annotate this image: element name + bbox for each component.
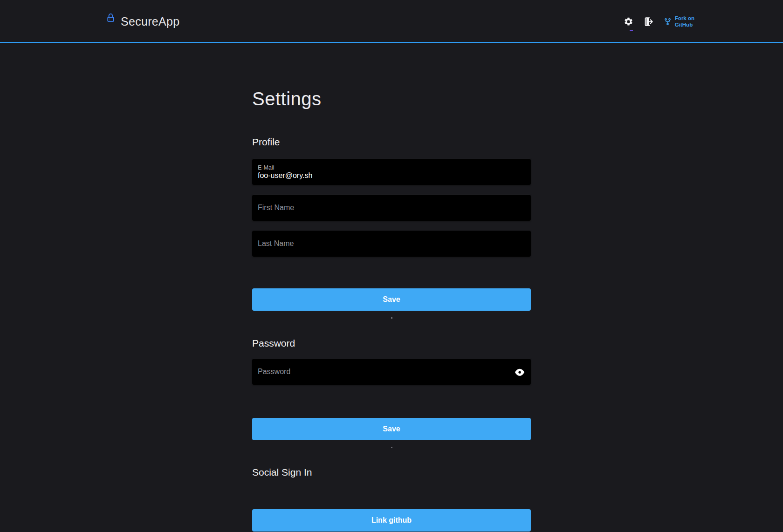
settings-button[interactable] bbox=[624, 17, 633, 27]
page-title: Settings bbox=[252, 89, 531, 108]
last-name-field-container bbox=[252, 231, 531, 257]
section-divider-dot bbox=[391, 447, 392, 448]
last-name-input[interactable] bbox=[258, 239, 525, 248]
git-fork-icon bbox=[664, 18, 672, 26]
sign-out-icon bbox=[644, 17, 653, 27]
email-input[interactable] bbox=[258, 171, 525, 180]
fork-link-label: Fork on GitHub bbox=[675, 15, 694, 28]
social-sign-in-heading: Social Sign In bbox=[252, 466, 531, 478]
toggle-password-visibility-button[interactable] bbox=[515, 367, 524, 376]
profile-save-button[interactable]: Save bbox=[252, 288, 531, 311]
fork-on-github-link[interactable]: Fork on GitHub bbox=[664, 15, 694, 28]
first-name-field-container bbox=[252, 195, 531, 221]
profile-heading: Profile bbox=[252, 136, 531, 148]
settings-page: Settings Profile E-Mail Save Password Sa… bbox=[252, 89, 531, 532]
header-actions: Fork on GitHub bbox=[624, 0, 694, 43]
password-field-container bbox=[252, 359, 531, 385]
email-field-container: E-Mail bbox=[252, 159, 531, 185]
app-title: SecureApp bbox=[121, 15, 179, 28]
app-header: SecureApp bbox=[0, 0, 783, 43]
section-divider-dot bbox=[391, 317, 392, 319]
gear-icon bbox=[624, 17, 633, 27]
brand: SecureApp bbox=[106, 0, 179, 43]
email-field-label: E-Mail bbox=[258, 164, 525, 171]
password-input[interactable] bbox=[258, 368, 525, 376]
eye-icon bbox=[515, 367, 524, 376]
first-name-input[interactable] bbox=[258, 204, 525, 212]
link-github-button[interactable]: Link github bbox=[252, 509, 531, 532]
gear-underline bbox=[630, 30, 633, 31]
password-heading: Password bbox=[252, 337, 531, 349]
logout-button[interactable] bbox=[644, 17, 653, 27]
password-save-button[interactable]: Save bbox=[252, 418, 531, 440]
lock-icon bbox=[106, 14, 115, 22]
